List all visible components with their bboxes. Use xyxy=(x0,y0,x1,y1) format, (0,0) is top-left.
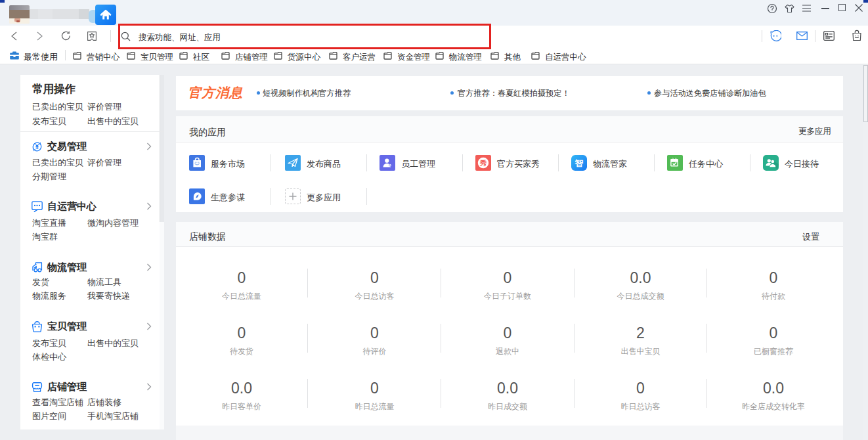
svg-text:秀: 秀 xyxy=(479,159,487,167)
svg-text:智: 智 xyxy=(575,158,584,168)
